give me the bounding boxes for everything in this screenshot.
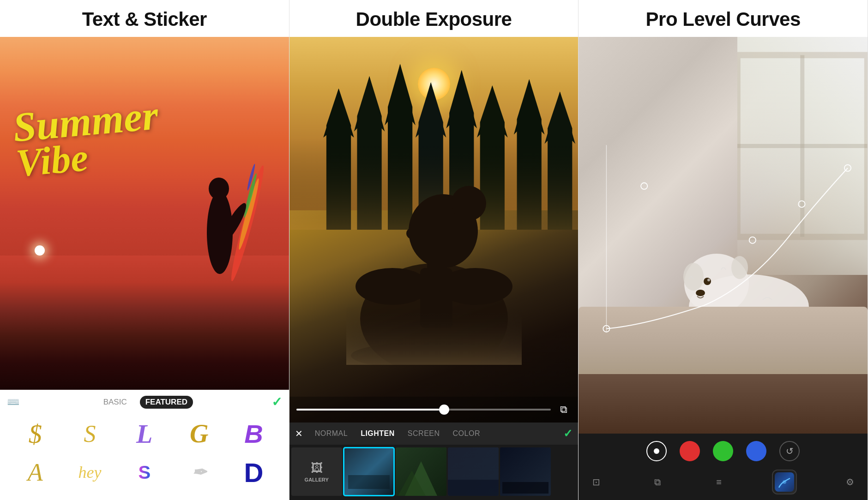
sticker-1[interactable]: $ — [9, 415, 61, 452]
blend-slider[interactable] — [296, 409, 551, 411]
svg-point-32 — [406, 227, 423, 240]
sticker-7[interactable]: hey — [63, 454, 116, 491]
gallery-item-3[interactable] — [448, 447, 499, 496]
svg-point-56 — [749, 237, 756, 244]
svg-point-27 — [356, 268, 429, 305]
text-tabs: BASIC FEATURED — [98, 396, 193, 409]
panel1-title-sep: & — [120, 8, 144, 30]
blend-lighten[interactable]: LIGHTEN — [356, 428, 399, 440]
panel1-title-normal: Sticker — [144, 8, 207, 30]
slider-thumb[interactable] — [439, 405, 449, 415]
sticker-3[interactable]: L — [118, 415, 171, 452]
channel-white[interactable] — [646, 441, 667, 461]
close-button[interactable]: ✕ — [295, 428, 303, 439]
image-gallery: 🖼 GALLERY — [289, 445, 579, 500]
panel1-check[interactable]: ✓ — [271, 394, 282, 410]
gallery-add-button[interactable]: 🖼 GALLERY — [291, 447, 342, 496]
sticker-8[interactable]: S — [118, 454, 171, 491]
keyboard-icon[interactable]: ⌨️ — [7, 396, 19, 408]
svg-point-5 — [209, 178, 229, 200]
app-icon-inner — [775, 472, 794, 492]
panel1-toolbar-top: ⌨️ BASIC FEATURED ✓ — [7, 394, 282, 410]
panel1-title-bold: Text — [82, 8, 120, 30]
tab-featured[interactable]: FEATURED — [140, 396, 193, 409]
panel-text-sticker: Text & Sticker Summer Vibe ⌨️ — [0, 0, 289, 500]
panel1-image-area: Summer Vibe — [0, 37, 289, 390]
gallery-item-2[interactable] — [396, 447, 446, 496]
blend-normal[interactable]: NORMAL — [310, 428, 352, 440]
panel1-toolbar: ⌨️ BASIC FEATURED ✓ $ S L G B A hey S ✒ … — [0, 390, 289, 500]
svg-point-60 — [783, 480, 786, 484]
curves-overlay[interactable] — [579, 37, 868, 434]
woman-silhouette — [346, 143, 522, 365]
panel2-image-area: ⧉ — [289, 37, 579, 423]
sliders-icon[interactable]: ≡ — [711, 474, 727, 490]
svg-point-57 — [799, 201, 805, 207]
panel2-check[interactable]: ✓ — [563, 427, 573, 440]
svg-rect-36 — [348, 475, 390, 489]
svg-point-31 — [451, 186, 486, 221]
sticker-9[interactable]: ✒ — [173, 454, 225, 491]
svg-point-59 — [641, 183, 647, 189]
channel-red[interactable] — [680, 441, 700, 461]
svg-rect-43 — [502, 482, 549, 494]
white-channel-inner — [654, 448, 659, 454]
sticker-2[interactable]: S — [63, 415, 116, 452]
summer-vibe-overlay[interactable]: Summer Vibe — [12, 94, 163, 183]
blend-screen[interactable]: SCREEN — [403, 428, 445, 440]
channel-green[interactable] — [713, 441, 733, 461]
gallery-item-4[interactable] — [500, 447, 551, 496]
app-icon[interactable] — [772, 470, 797, 494]
panel2-background — [289, 37, 579, 423]
panel3-title-text: Pro Level Curves — [646, 8, 801, 30]
panel3-image-area — [579, 37, 868, 434]
bottom-icon-row: ⊡ ⧉ ≡ ⚙ — [579, 466, 868, 500]
panel2-title: Double Exposure — [289, 0, 579, 37]
sticker-5[interactable]: B — [227, 415, 280, 452]
channel-reset[interactable]: ↺ — [779, 441, 800, 461]
compare-icon[interactable]: ⧉ — [556, 402, 571, 417]
slider-fill — [296, 409, 444, 411]
sticker-10[interactable]: D — [227, 454, 280, 491]
sticker-grid: $ S L G B A hey S ✒ D — [7, 415, 282, 494]
settings-icon[interactable]: ⚙ — [842, 474, 858, 490]
crop-icon[interactable]: ⊡ — [588, 474, 604, 490]
svg-point-58 — [844, 165, 851, 171]
panel3-background — [579, 37, 868, 434]
blend-color[interactable]: COLOR — [448, 428, 485, 440]
channel-blue[interactable] — [746, 441, 766, 461]
sticker-6[interactable]: A — [9, 454, 61, 491]
tab-basic[interactable]: BASIC — [98, 396, 133, 409]
svg-rect-34 — [346, 305, 522, 365]
gallery-label: GALLERY — [305, 477, 329, 482]
surfer-silhouette — [183, 140, 266, 302]
panel3-toolbar: ↺ ⊡ ⧉ ≡ ⚙ — [579, 434, 868, 500]
blend-slider-area: ⧉ — [289, 397, 579, 423]
blend-mode-tabs: ✕ NORMAL LIGHTEN SCREEN COLOR ✓ — [289, 423, 579, 445]
panel-double-exposure: Double Exposure — [289, 0, 579, 500]
panel1-title: Text & Sticker — [0, 0, 289, 37]
channel-row: ↺ — [579, 434, 868, 466]
svg-point-28 — [439, 268, 512, 305]
svg-rect-41 — [448, 480, 499, 496]
layers-icon[interactable]: ⧉ — [649, 474, 666, 490]
panel-pro-curves: Pro Level Curves — [579, 0, 868, 500]
gallery-item-1[interactable] — [344, 447, 394, 496]
sticker-4[interactable]: G — [173, 415, 225, 452]
panel2-title-text: Double Exposure — [356, 8, 512, 30]
panel3-title: Pro Level Curves — [579, 0, 868, 37]
